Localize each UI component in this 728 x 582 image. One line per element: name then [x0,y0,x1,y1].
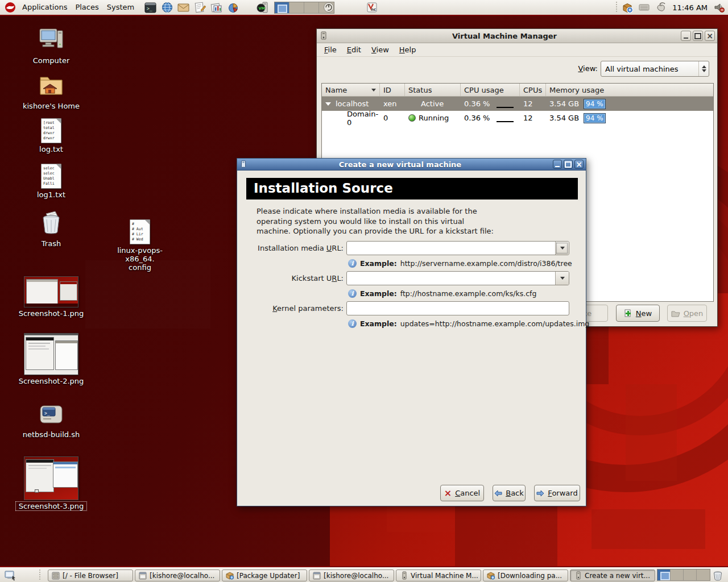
column-header-cpu-usage[interactable]: CPU usage [461,84,520,96]
vnc-icon[interactable]: nc [365,1,378,14]
dialog-heading-banner: Installation Source [246,178,578,199]
desktop-icon-screenshot3[interactable]: Screenshot-3.png [16,456,86,510]
vm-list-header: Name ID Status CPU usage CPUs Memory usa… [322,84,713,97]
kickstart-url-input[interactable] [347,272,555,285]
column-header-memory-usage[interactable]: Memory usage [546,84,713,96]
desktop-icon-label: Screenshot-1.png [16,309,86,318]
terminal-launcher-icon[interactable]: >_ [144,1,157,14]
taskbar-item-vm-manager[interactable]: Virtual Machine M... [396,569,481,581]
workspace-1[interactable] [657,569,671,580]
workspace-3[interactable] [304,2,319,13]
memory-percent-badge: 94 % [584,99,606,109]
desktop-icon-computer[interactable]: Computer [16,27,86,65]
keyboard-tray-icon[interactable] [638,1,651,14]
desktop-icon-screenshot1[interactable]: Screenshot-1.png [16,276,86,318]
trash-applet-icon[interactable] [711,569,724,582]
menu-system[interactable]: System [103,0,138,15]
screenshot-thumbnail [24,333,78,375]
kickstart-url-combo [346,271,569,285]
workspace-1[interactable] [275,2,289,13]
workspace-3[interactable] [684,569,697,580]
clock[interactable]: 11:46 AM [669,3,711,12]
forward-arrow-icon [536,490,544,497]
view-dropdown[interactable]: All virtual machines [601,61,709,77]
menu-view[interactable]: View [366,43,394,57]
writer-launcher-icon[interactable] [193,1,206,14]
minimize-button[interactable] [681,31,691,41]
installation-media-url-input[interactable] [347,242,555,255]
workspace-2[interactable] [671,569,684,580]
desktop-icon-log-txt[interactable]: [root total drwxr drwxr log.txt [16,118,86,153]
desktop-icon-label: netbsd-build.sh [16,430,86,439]
menu-places[interactable]: Places [71,0,102,15]
cancel-button[interactable]: × Cancel [440,485,484,501]
volume-muted-tray-icon[interactable] [713,1,726,14]
desktop-icon-label: Screenshot-2.png [16,377,86,385]
desktop-icon-log1-txt[interactable]: selec selec Unabl Falli log1.txt [16,164,86,199]
workspace-2[interactable] [289,2,304,13]
mouse-input-tray-icon[interactable] [654,1,667,14]
config-file-icon: # # Aut # Lir # Wed [130,219,150,244]
desktop-icon-home[interactable]: kishore's Home [16,73,86,110]
table-row-localhost[interactable]: localhost xen Active 0.36 % 12 3.54 GB94… [322,97,713,111]
kickstart-url-label: Kickstart URL: [237,274,344,282]
column-header-id[interactable]: ID [380,84,405,96]
close-button[interactable] [705,31,715,41]
vm-manager-launcher-icon[interactable]: VM [256,1,269,14]
kernel-parameters-input[interactable] [346,301,569,315]
dialog-title: Create a new virtual machine [247,160,553,169]
taskbar-item-terminal-2[interactable]: [kishore@localho... [309,569,394,581]
dialog-heading: Installation Source [254,181,393,196]
new-button[interactable]: New [616,305,660,322]
open-button[interactable]: Open [667,305,707,322]
menu-help[interactable]: Help [394,43,421,57]
back-button[interactable]: Back [493,485,526,501]
maximize-button[interactable] [564,160,573,169]
combo-dropdown-button[interactable] [555,242,569,255]
info-icon [348,259,357,268]
taskbar-item-downloading[interactable]: [Downloading pa... [483,569,568,581]
presentation-launcher-icon[interactable] [210,1,223,14]
taskbar-separator [38,569,42,581]
vmm-titlebar[interactable]: Virtual Machine Manager [317,29,717,43]
dialog-titlebar[interactable]: Create a new virtual machine [237,159,586,171]
desktop-icon-config-file[interactable]: # # Aut # Lir # Wed linux-pvops-x86_64. … [105,219,175,272]
show-desktop-icon[interactable] [4,569,17,582]
desktop-icon-screenshot2[interactable]: Screenshot-2.png [16,333,86,385]
desktop-icon-netbsd-script[interactable]: >_ netbsd-build.sh [16,402,86,439]
column-header-name[interactable]: Name [322,84,380,96]
file-browser-icon [51,571,60,580]
web-browser-launcher-icon[interactable] [160,1,173,14]
tray-separator [614,2,618,13]
menu-file[interactable]: File [319,43,342,57]
taskbar-item-file-browser[interactable]: [/ - File Browser] [48,569,133,581]
desktop-icon-trash[interactable]: Trash [16,209,86,248]
menu-applications[interactable]: Applications [18,0,71,15]
table-row-domain0[interactable]: Domain-0 0 Running 0.36 % 12 3.54 GB94 % [322,111,713,125]
forward-button[interactable]: Forward [534,485,580,501]
workspace-switcher-bottom[interactable] [657,569,710,581]
terminal-window-icon [138,571,147,580]
expander-icon[interactable] [325,102,331,106]
menu-edit[interactable]: Edit [342,43,366,57]
distro-logo-icon[interactable] [3,1,16,14]
taskbar-item-create-vm[interactable]: Create a new virt... [570,569,655,581]
maximize-button[interactable] [693,31,703,41]
email-launcher-icon[interactable] [177,1,190,14]
kernel-parameters-label: Kernel parameters: [237,304,344,313]
screenshot-thumbnail [24,276,78,307]
package-updates-tray-icon[interactable] [621,1,634,14]
close-button[interactable] [574,160,584,169]
kickstart-example: Example:ftp://hostname.example.com/ks/ks… [348,289,536,298]
combo-dropdown-button[interactable] [555,272,569,285]
column-header-cpus[interactable]: CPUs [520,84,546,96]
taskbar-item-package-updater[interactable]: [Package Updater] [222,569,307,581]
svg-text:nc: nc [371,7,376,12]
taskbar-item-terminal-1[interactable]: [kishore@localho... [135,569,220,581]
power-indicator-icon[interactable] [322,1,335,14]
workspace-4[interactable] [697,569,710,580]
desktop-icon-label: kishore's Home [16,102,86,110]
minimize-button[interactable] [553,160,562,169]
pie-chart-launcher-icon[interactable] [226,1,239,14]
column-header-status[interactable]: Status [405,84,461,96]
